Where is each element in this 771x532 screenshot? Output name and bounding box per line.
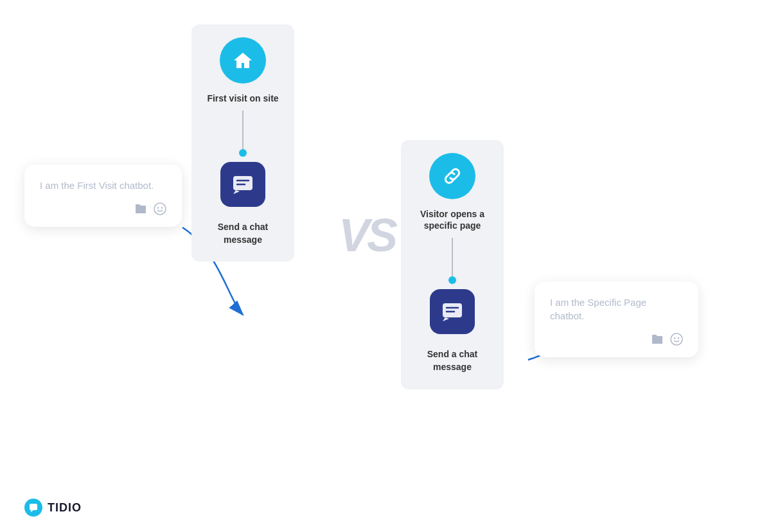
- svg-point-6: [161, 207, 163, 208]
- left-action-label: Send a chat message: [202, 221, 284, 246]
- left-flow: First visit on site Send a chat message: [191, 24, 294, 262]
- right-action-label: Send a chat message: [411, 348, 493, 373]
- left-chat-bubble: I am the First Visit chatbot.: [24, 164, 182, 227]
- left-bubble-text: I am the First Visit chatbot.: [40, 179, 166, 192]
- left-bubble-icons: [40, 202, 166, 215]
- right-chat-bubble: I am the Specific Page chatbot.: [535, 281, 698, 357]
- tidio-brand-name: TIDIO: [48, 501, 82, 515]
- emoji-icon-right: [670, 333, 683, 346]
- left-flow-card: First visit on site Send a chat message: [191, 24, 294, 262]
- right-bubble-text: I am the Specific Page chatbot.: [550, 296, 683, 323]
- svg-rect-2: [233, 176, 253, 190]
- svg-rect-3: [443, 303, 462, 317]
- left-trigger-label: First visit on site: [207, 93, 278, 104]
- scene: First visit on site Send a chat message: [0, 0, 771, 532]
- vs-label: VS: [339, 212, 395, 258]
- folder-icon-right: [651, 333, 664, 345]
- right-flow-card: Visitor opens aspecific page Send a chat…: [401, 140, 504, 389]
- right-trigger-icon: [429, 153, 475, 199]
- right-action-icon: [430, 289, 475, 334]
- left-trigger-icon: [220, 37, 266, 84]
- svg-point-7: [671, 333, 682, 345]
- svg-point-9: [678, 337, 679, 339]
- folder-icon: [134, 203, 147, 215]
- svg-point-5: [157, 207, 159, 208]
- emoji-icon: [154, 202, 166, 215]
- right-flow: Visitor opens aspecific page Send a chat…: [401, 140, 504, 389]
- tidio-logo: TIDIO: [24, 499, 82, 517]
- left-action-icon: [220, 162, 265, 207]
- svg-point-4: [154, 203, 166, 215]
- right-bubble-icons: [550, 333, 683, 346]
- svg-point-8: [674, 337, 675, 339]
- arrows-svg: [0, 0, 771, 532]
- tidio-logo-icon: [24, 499, 42, 517]
- right-trigger-label: Visitor opens aspecific page: [420, 208, 484, 231]
